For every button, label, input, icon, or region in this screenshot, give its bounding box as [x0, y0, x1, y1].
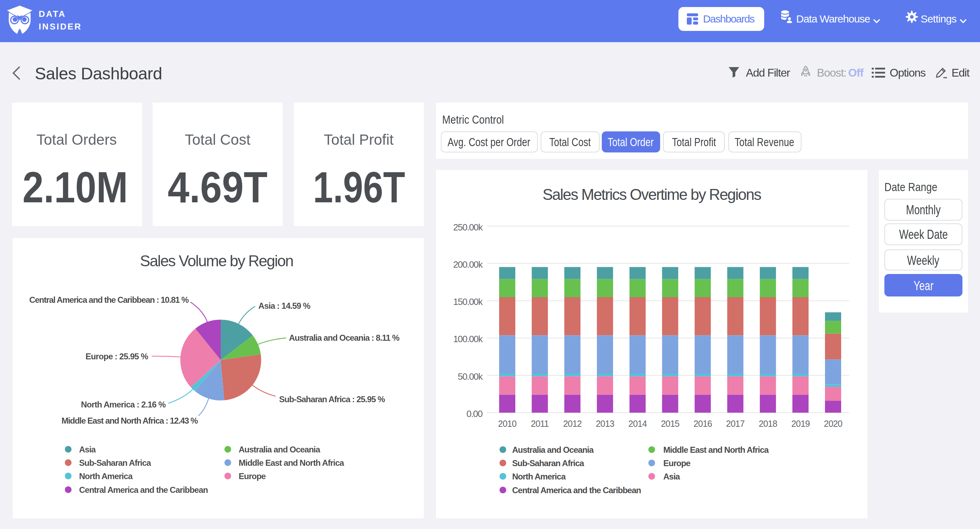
svg-text:Middle East and North Africa: Middle East and North Africa: [663, 445, 769, 454]
svg-text:2017: 2017: [726, 418, 744, 428]
svg-text:2.10M: 2.10M: [22, 163, 127, 211]
svg-text:1.96T: 1.96T: [313, 163, 405, 211]
svg-text:2011: 2011: [530, 418, 548, 428]
svg-text:2014: 2014: [628, 418, 647, 428]
svg-text:2010: 2010: [498, 418, 516, 428]
svg-text:Asia : 14.59 %: Asia : 14.59 %: [258, 301, 310, 310]
svg-text:2019: 2019: [791, 418, 809, 428]
svg-text:50.00k: 50.00k: [457, 371, 483, 381]
svg-text:Australia and Oceania: Australia and Oceania: [512, 445, 594, 454]
svg-text:Middle East and North Africa: Middle East and North Africa: [238, 458, 344, 467]
svg-text:Middle East and North Africa :: Middle East and North Africa : 12.43 %: [61, 416, 197, 425]
svg-text:4.69T: 4.69T: [168, 163, 267, 211]
svg-text:Sales Metrics Overtime by Regi: Sales Metrics Overtime by Regions: [542, 186, 760, 203]
svg-text:Central America and the Caribb: Central America and the Caribbean : 10.8…: [29, 295, 188, 304]
svg-text:2016: 2016: [693, 418, 711, 428]
svg-text:Central America and the Caribb: Central America and the Caribbean: [512, 485, 641, 494]
svg-text:Australia and Oceania : 8.11 %: Australia and Oceania : 8.11 %: [289, 333, 399, 342]
svg-text:250.00k: 250.00k: [453, 222, 483, 232]
svg-text:North America: North America: [79, 471, 132, 481]
svg-text:Australia and Oceania: Australia and Oceania: [238, 444, 320, 454]
svg-text:2013: 2013: [595, 418, 614, 428]
svg-text:150.00k: 150.00k: [453, 296, 483, 307]
svg-text:Sub-Saharan Africa : 25.95 %: Sub-Saharan Africa : 25.95 %: [279, 394, 385, 404]
svg-text:North America: North America: [512, 472, 566, 481]
svg-text:Central America and the Caribb: Central America and the Caribbean: [79, 485, 208, 494]
svg-text:Europe: Europe: [663, 458, 690, 467]
svg-text:2020: 2020: [824, 418, 842, 428]
svg-text:Sub-Saharan Africa: Sub-Saharan Africa: [512, 458, 584, 467]
svg-text:2012: 2012: [563, 418, 581, 428]
svg-text:Asia: Asia: [79, 444, 95, 454]
svg-text:200.00k: 200.00k: [453, 259, 483, 269]
svg-text:0.00: 0.00: [466, 408, 482, 419]
svg-text:100.00k: 100.00k: [453, 334, 483, 344]
svg-text:Europe : 25.95 %: Europe : 25.95 %: [85, 351, 148, 361]
svg-text:Sub-Saharan Africa: Sub-Saharan Africa: [79, 458, 151, 467]
svg-text:Europe: Europe: [238, 471, 266, 481]
svg-text:Asia: Asia: [663, 472, 680, 481]
svg-text:2018: 2018: [758, 418, 776, 428]
svg-text:North America : 2.16 %: North America : 2.16 %: [81, 399, 165, 409]
svg-text:Sales Volume by Region: Sales Volume by Region: [140, 252, 293, 269]
svg-text:2015: 2015: [660, 418, 679, 428]
